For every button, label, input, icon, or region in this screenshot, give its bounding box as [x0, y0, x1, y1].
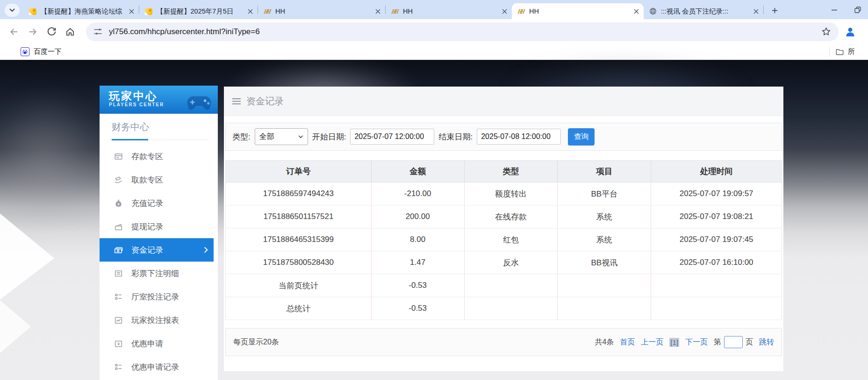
hamburger-icon	[232, 98, 241, 105]
address-bar[interactable]: yl756.com/hhcp/usercenter.html?iniType=6	[86, 22, 839, 41]
hand-cash-icon	[114, 175, 123, 185]
tab-title: HH	[529, 7, 629, 15]
hh-favicon: HH	[517, 7, 525, 15]
checklist-icon	[114, 292, 123, 302]
close-icon[interactable]	[374, 7, 381, 15]
svg-text:¥: ¥	[117, 341, 120, 346]
cell-empty	[464, 274, 558, 297]
sidebar-item-label: 提现记录	[131, 221, 163, 232]
maximize-button[interactable]	[854, 6, 861, 14]
sidebar-item-withdraw-zone[interactable]: 取款专区	[100, 168, 218, 191]
tab-title: 【新提醒】海燕策略论坛综	[41, 7, 124, 16]
folder-label: 所	[848, 47, 855, 56]
forward-button[interactable]	[23, 23, 42, 41]
tab-title: :::视讯 会员下注纪录:::	[661, 7, 748, 16]
total-count-label: 共4条	[595, 337, 614, 347]
svg-text:¥: ¥	[117, 202, 120, 206]
cell-project: 系统	[558, 228, 651, 251]
sidebar-item-label: 彩票下注明细	[131, 268, 179, 279]
bank-card-icon	[114, 152, 123, 161]
end-date-input[interactable]	[477, 129, 561, 145]
page-jump-group: 第 页	[714, 336, 753, 348]
table-row-page-total: 当前页统计 -0.53	[226, 274, 782, 297]
minimize-button[interactable]	[831, 6, 838, 14]
hh-favicon: HH	[391, 7, 399, 15]
profile-avatar-button[interactable]	[844, 26, 856, 38]
cell-amount: -0.53	[371, 274, 464, 297]
close-icon[interactable]	[246, 7, 254, 15]
cell-time: 2025-07-07 16:10:00	[651, 251, 782, 274]
sidebar-item-player-bet-report[interactable]: 玩家投注报表	[100, 308, 218, 332]
sidebar-item-promo-apply-records[interactable]: 优惠申请记录	[100, 355, 218, 379]
all-bookmarks-folder[interactable]: 所	[835, 47, 861, 56]
bookmarks-overflow: 所	[829, 47, 861, 57]
cell-order-no: 1751875800528430	[226, 251, 372, 274]
sidebar-item-promo-apply[interactable]: ¥ 优惠申请	[100, 332, 218, 355]
sidebar-header: 玩家中心 PLAYERS CENTER	[100, 86, 218, 114]
url-text[interactable]: yl756.com/hhcp/usercenter.html?iniType=6	[109, 27, 817, 37]
tab-hh-1[interactable]: HH HH	[258, 3, 385, 19]
tab-forum-2[interactable]: 【新提醒】2025年7月5日	[139, 3, 258, 19]
hh-favicon: HH	[263, 7, 271, 15]
tab-strip: 【新提醒】海燕策略论坛综 【新提醒】2025年7月5日 HH HH HH HH …	[0, 0, 868, 19]
cell-amount: 8.00	[371, 228, 464, 251]
bookmark-star-button[interactable]	[821, 27, 831, 37]
search-button[interactable]: 查询	[568, 128, 595, 146]
sidebar-item-recharge-records[interactable]: ¥ 充值记录	[100, 191, 218, 215]
type-select[interactable]: 全部	[255, 128, 308, 145]
jump-button[interactable]: 跳转	[759, 337, 774, 347]
tab-hh-active[interactable]: HH HH	[512, 3, 644, 19]
close-icon[interactable]	[128, 7, 135, 15]
sidebar-item-lottery-bet-details[interactable]: 彩票下注明细	[100, 262, 218, 285]
checklist-icon	[114, 362, 123, 372]
cell-label: 当前页统计	[226, 274, 372, 297]
cell-empty	[558, 297, 651, 320]
cell-type: 额度转出	[464, 183, 558, 205]
filter-bar: 类型: 全部 开始日期: 结束日期: 查询	[225, 123, 782, 151]
tab-forum-1[interactable]: 【新提醒】海燕策略论坛综	[23, 3, 139, 19]
back-arrow-icon	[9, 27, 19, 37]
background-wedge	[0, 299, 31, 355]
jump-label-after: 页	[746, 337, 753, 347]
page-background: 玩家中心 PLAYERS CENTER 财务中心 存款专区 取款专区 ¥ 充值记…	[0, 60, 868, 380]
start-date-label: 开始日期:	[312, 132, 346, 142]
close-icon[interactable]	[501, 7, 508, 15]
first-page-link[interactable]: 首页	[620, 337, 635, 347]
cell-type: 反水	[464, 251, 558, 274]
sidebar-item-label: 充值记录	[131, 198, 163, 209]
tab-video-records[interactable]: :::视讯 会员下注纪录:::	[644, 3, 763, 19]
cell-order-no: 1751886597494243	[226, 183, 372, 205]
cell-project: BB平台	[558, 183, 651, 205]
site-info-icon[interactable]	[93, 27, 102, 36]
sidebar: 玩家中心 PLAYERS CENTER 财务中心 存款专区 取款专区 ¥ 充值记…	[100, 86, 218, 380]
prev-page-link[interactable]: 上一页	[641, 337, 663, 347]
panel-header: 资金记录	[224, 87, 783, 116]
page-jump-input[interactable]	[724, 336, 743, 348]
reload-button[interactable]	[42, 23, 61, 41]
bookmark-baidu[interactable]: 百度一下	[21, 47, 62, 56]
sidebar-item-hall-bet-records[interactable]: 厅室投注记录	[100, 285, 218, 308]
star-icon	[821, 27, 831, 37]
sidebar-item-deposit-zone[interactable]: 存款专区	[100, 145, 218, 168]
coupon-icon: ¥	[114, 339, 123, 349]
type-label: 类型:	[232, 132, 251, 142]
cell-order-no: 1751886501157521	[226, 205, 372, 228]
home-button[interactable]	[61, 23, 79, 41]
col-header-amount: 金额	[371, 161, 464, 183]
sidebar-item-fund-records[interactable]: 资金记录	[100, 238, 214, 262]
table-header-row: 订单号 金额 类型 项目 处理时间	[226, 161, 782, 183]
window-controls	[831, 0, 868, 19]
sidebar-item-withdrawal-records[interactable]: 提现记录	[100, 215, 218, 238]
close-icon[interactable]	[752, 7, 760, 15]
new-tab-button[interactable]	[768, 3, 782, 17]
close-icon[interactable]	[632, 7, 640, 15]
back-button[interactable]	[5, 23, 23, 41]
tab-hh-2[interactable]: HH HH	[386, 3, 512, 19]
col-header-type: 类型	[464, 161, 558, 183]
start-date-input[interactable]	[350, 129, 434, 145]
next-page-link[interactable]: 下一页	[685, 337, 708, 347]
table-row: 1751886465315399 8.00 红包 系统 2025-07-07 1…	[226, 228, 782, 251]
main-panel: 资金记录 类型: 全部 开始日期: 结束日期: 查询	[224, 87, 783, 371]
tab-search-button[interactable]	[5, 4, 20, 17]
tab-title: HH	[403, 7, 497, 15]
